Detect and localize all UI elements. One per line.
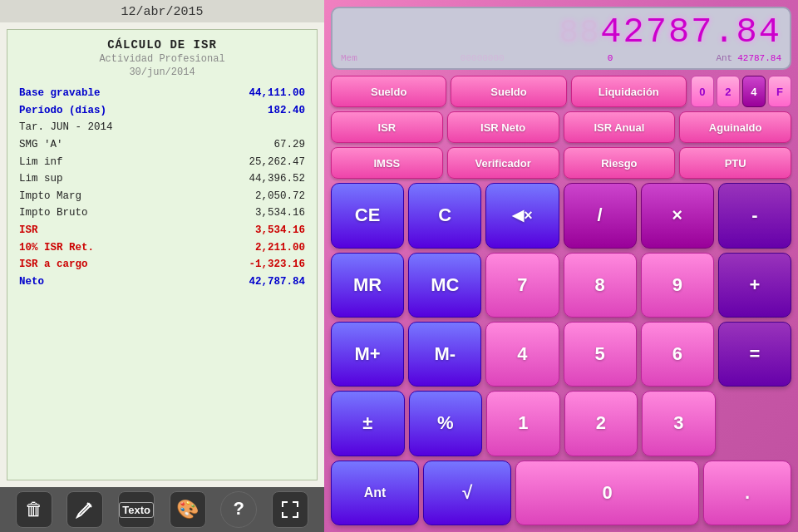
receipt-row: ISR3,534.16 (19, 222, 305, 239)
receipt-title: CÁLCULO DE ISR (19, 38, 305, 52)
receipt-row: ISR a cargo-1,323.16 (19, 256, 305, 273)
func-row-1: Sueldo Sueldo Liquidación 0 2 4 F (331, 76, 791, 107)
3-button[interactable]: 3 (642, 391, 716, 456)
backspace-button[interactable]: ◀× (485, 183, 559, 248)
isr-anual-button[interactable]: ISR Anual (564, 111, 676, 143)
func-row-2: ISR ISR Neto ISR Anual Aguinaldo (331, 111, 791, 143)
mode-f-button[interactable]: F (768, 76, 791, 107)
row-value: 42,787.84 (249, 273, 305, 291)
row-label: Lim inf (19, 154, 63, 171)
row-label: Período (días) (19, 102, 106, 120)
9-button[interactable]: 9 (641, 253, 714, 318)
riesgo-button[interactable]: Riesgo (564, 147, 676, 179)
row-label: Base gravable (19, 85, 101, 102)
row-value: 3,534.16 (255, 222, 305, 239)
receipt-row: Base gravable44,111.00 (19, 85, 305, 102)
mminus-button[interactable]: M- (408, 322, 481, 387)
plus-button[interactable]: + (718, 253, 791, 318)
row-value: 67.29 (273, 136, 305, 154)
expand-button[interactable] (272, 491, 308, 528)
date-text: 12/abr/2015 (121, 5, 203, 19)
receipt-row: Lim sup44,396.52 (19, 170, 305, 188)
4-button[interactable]: 4 (485, 322, 559, 387)
5-button[interactable]: 5 (564, 322, 637, 387)
left-panel: 12/abr/2015 CÁLCULO DE ISR Actividad Pro… (0, 0, 324, 532)
aguinaldo-button[interactable]: Aguinaldo (679, 111, 791, 143)
2-button[interactable]: 2 (564, 391, 638, 456)
calc-row-1: CE C ◀× / × - (331, 183, 791, 248)
row-value: 182.40 (268, 102, 305, 120)
edit-button[interactable] (66, 491, 103, 528)
calc-row-3: M+ M- 4 5 6 = (331, 322, 791, 387)
display-secondary: Mem 00000000 0 Ant 42787.84 (341, 53, 781, 63)
trash-button[interactable]: 🗑 (16, 491, 52, 528)
liquidacion-button[interactable]: Liquidación (571, 76, 687, 107)
receipt-row: Impto Bruto3,534.16 (19, 204, 305, 222)
sueldo1-button[interactable]: Sueldo (331, 76, 446, 107)
6-button[interactable]: 6 (641, 322, 714, 387)
sueldo2-button[interactable]: Sueldo (451, 76, 566, 107)
mc-button[interactable]: MC (408, 253, 481, 318)
8-button[interactable]: 8 (564, 253, 637, 318)
receipt-row: Período (días)182.40 (19, 102, 305, 120)
ant-label: Ant (716, 53, 732, 63)
calc-row-4: ± % 1 2 3 (331, 391, 791, 456)
ce-button[interactable]: CE (331, 183, 404, 248)
0-button[interactable]: 0 (515, 461, 699, 525)
equals-button[interactable]: = (718, 322, 791, 387)
row-value: 44,111.00 (249, 85, 305, 102)
display-main: 8842787.84 (341, 13, 781, 52)
calc-grid: CE C ◀× / × - MR MC 7 8 9 + M+ M- 4 5 6 … (331, 183, 791, 525)
7-button[interactable]: 7 (485, 253, 559, 318)
func-row-3: IMSS Verificador Riesgo PTU (331, 147, 791, 179)
row-value: 2,050.72 (255, 188, 305, 205)
row-label: 10% ISR Ret. (19, 239, 94, 257)
multiply-button[interactable]: × (641, 183, 714, 248)
minus-button[interactable]: - (718, 183, 791, 248)
display-zero: 0 (608, 53, 613, 63)
decimal-button[interactable]: . (703, 461, 791, 525)
row-label: SMG 'A' (19, 136, 63, 154)
row-value: 3,534.16 (255, 204, 305, 222)
c-button[interactable]: C (408, 183, 481, 248)
isr-button[interactable]: ISR (331, 111, 443, 143)
row-value: 2,211.00 (255, 239, 305, 257)
receipt-row: Impto Marg2,050.72 (19, 188, 305, 205)
row-label: ISR (19, 222, 38, 239)
imss-button[interactable]: IMSS (331, 147, 443, 179)
receipt-row: Neto42,787.84 (19, 273, 305, 291)
row-label: ISR a cargo (19, 256, 88, 273)
receipt-row: SMG 'A'67.29 (19, 136, 305, 154)
ant-value: 42787.84 (737, 53, 781, 63)
mode-4-button[interactable]: 4 (742, 76, 766, 107)
row-label: Impto Marg (19, 188, 81, 205)
mode-2-button[interactable]: 2 (717, 76, 740, 107)
row-label: Tar. JUN - 2014 (19, 119, 113, 136)
receipt-rows: Base gravable44,111.00Período (días)182.… (19, 85, 305, 291)
row-label: Impto Bruto (19, 204, 88, 222)
mode-group: 0 2 4 F (691, 76, 791, 107)
mode-0-button[interactable]: 0 (691, 76, 714, 107)
mplus-button[interactable]: M+ (331, 322, 404, 387)
percent-button[interactable]: % (409, 391, 483, 456)
mr-button[interactable]: MR (331, 253, 404, 318)
calc-row-5: Ant √ 0 . (331, 461, 791, 525)
plusminus-button[interactable]: ± (331, 391, 405, 456)
verificador-button[interactable]: Verificador (447, 147, 559, 179)
receipt-row: Tar. JUN - 2014 (19, 119, 305, 136)
1-button[interactable]: 1 (486, 391, 560, 456)
ptu-button[interactable]: PTU (679, 147, 791, 179)
row-label: Lim sup (19, 170, 63, 188)
row-value: -1,323.16 (249, 256, 305, 273)
isr-neto-button[interactable]: ISR Neto (447, 111, 559, 143)
divide-button[interactable]: / (564, 183, 637, 248)
help-button[interactable]: ? (220, 491, 257, 528)
palette-button[interactable]: 🎨 (170, 491, 206, 528)
display-value: 42787.84 (600, 12, 781, 52)
date-header: 12/abr/2015 (0, 0, 324, 22)
bottom-toolbar: 🗑 Texto 🎨 ? (0, 487, 324, 532)
calc-display: 8842787.84 Mem 00000000 0 Ant 42787.84 (331, 7, 791, 70)
ant-button[interactable]: Ant (331, 461, 419, 525)
sqrt-button[interactable]: √ (423, 461, 511, 525)
text-button[interactable]: Texto (118, 491, 155, 528)
